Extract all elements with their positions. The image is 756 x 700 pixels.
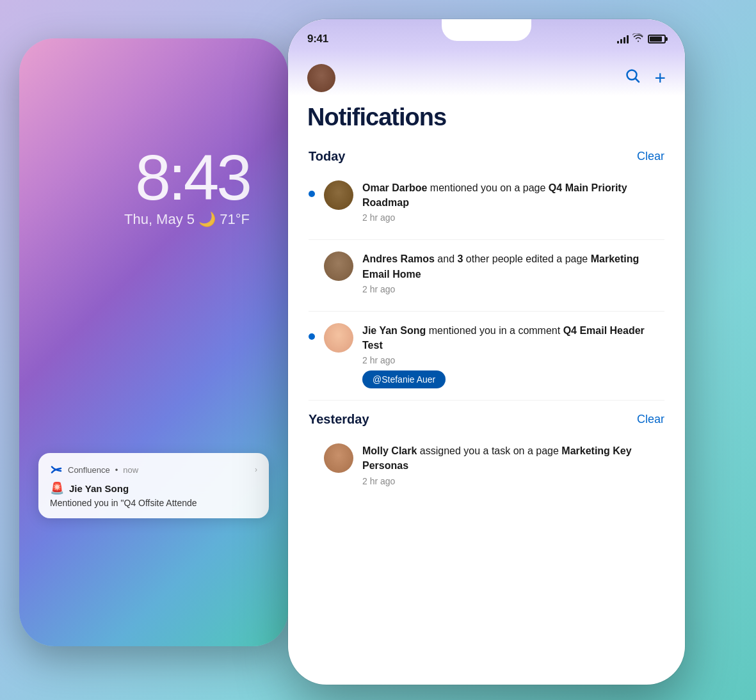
read-indicator-molly: [309, 454, 315, 460]
lock-notif-app: Confluence: [68, 465, 110, 475]
read-indicator: [309, 262, 315, 268]
notif-time-molly: 2 hr ago: [362, 476, 664, 486]
lock-time: 8:43: [19, 141, 288, 214]
user-avatar[interactable]: [307, 64, 335, 92]
notif-text-omar: Omar Darboe mentioned you on a page Q4 M…: [362, 180, 664, 210]
notif-body-omar: Omar Darboe mentioned you on a page Q4 M…: [362, 180, 664, 228]
lock-notification-card: Confluence • now › 🚨 Jie Yan Song Mentio…: [38, 453, 269, 518]
notif-count-andres: 3: [458, 253, 463, 264]
battery-icon: [648, 35, 666, 44]
confluence-icon: [50, 463, 63, 476]
notification-item-jie[interactable]: Jie Yan Song mentioned you in a comment …: [301, 314, 672, 397]
clear-yesterday-button[interactable]: Clear: [637, 413, 664, 426]
notification-item-molly[interactable]: Molly Clark assigned you a task on a pag…: [301, 434, 672, 500]
lock-notif-user-name: Jie Yan Song: [69, 483, 129, 494]
section-today-title: Today: [309, 149, 345, 164]
lock-notif-user: 🚨 Jie Yan Song: [50, 481, 257, 495]
search-icon[interactable]: [625, 68, 641, 89]
notifications-list[interactable]: Today Clear Omar Darboe mentioned you on…: [288, 144, 685, 685]
avatar-omar-darboe: [324, 180, 353, 210]
avatar-jie-yan-song: [324, 323, 353, 353]
page-title: Notifications: [288, 99, 685, 144]
section-yesterday-title: Yesterday: [309, 412, 369, 427]
main-phone: 9:41: [288, 19, 685, 685]
unread-dot: [309, 191, 315, 197]
phone-content[interactable]: + Notifications Today Clear Omar Darboe …: [288, 54, 685, 685]
notif-body-jie: Jie Yan Song mentioned you in a comment …: [362, 323, 664, 388]
notif-body-andres: Andres Ramos and 3 other people edited a…: [362, 251, 664, 299]
avatar-andres-ramos: [324, 251, 353, 281]
divider-1: [309, 239, 664, 240]
lock-notif-time: now: [123, 465, 138, 475]
wifi-icon: [632, 33, 644, 45]
notif-body-molly: Molly Clark assigned you a task on a pag…: [362, 443, 664, 491]
status-icons: [617, 33, 666, 45]
app-header: +: [288, 54, 685, 99]
notif-text-molly: Molly Clark assigned you a task on a pag…: [362, 443, 664, 473]
status-time: 9:41: [307, 33, 328, 45]
notif-text-andres: Andres Ramos and 3 other people edited a…: [362, 251, 664, 281]
chevron-down-icon: ›: [255, 465, 257, 474]
lock-date: Thu, May 5 🌙 71°F: [19, 211, 288, 228]
add-icon[interactable]: +: [654, 68, 666, 88]
clear-today-button[interactable]: Clear: [637, 150, 664, 163]
mention-tag[interactable]: @Stefanie Auer: [362, 370, 446, 388]
notification-item-omar[interactable]: Omar Darboe mentioned you on a page Q4 M…: [301, 171, 672, 237]
divider-3: [309, 400, 664, 401]
section-today-header: Today Clear: [301, 144, 672, 171]
avatar-molly-clark: [324, 443, 353, 473]
notif-time-omar: 2 hr ago: [362, 212, 664, 223]
notification-item-andres[interactable]: Andres Ramos and 3 other people edited a…: [301, 243, 672, 308]
notif-text-jie: Jie Yan Song mentioned you in a comment …: [362, 323, 664, 353]
notif-time-andres: 2 hr ago: [362, 284, 664, 294]
lock-notif-header: Confluence • now ›: [50, 463, 257, 476]
notif-sender-jie: Jie Yan Song: [362, 325, 426, 336]
section-yesterday-header: Yesterday Clear: [301, 407, 672, 434]
status-bar: 9:41: [288, 19, 685, 51]
header-actions: +: [625, 68, 666, 89]
lock-notif-separator: •: [115, 465, 118, 475]
divider-2: [309, 311, 664, 312]
lock-notif-user-icon: 🚨: [50, 481, 64, 495]
notif-sender-andres: Andres Ramos: [362, 253, 435, 264]
unread-dot-jie: [309, 333, 315, 340]
lock-notif-message: Mentioned you in "Q4 Offsite Attende: [50, 498, 257, 508]
signal-bars-icon: [617, 35, 629, 44]
lock-screen-phone: 8:43 Thu, May 5 🌙 71°F Confluence • now …: [19, 38, 288, 646]
notif-sender-molly: Molly Clark: [362, 445, 417, 456]
battery-fill: [650, 36, 662, 42]
notif-time-jie: 2 hr ago: [362, 355, 664, 365]
notif-sender-omar: Omar Darboe: [362, 182, 427, 193]
